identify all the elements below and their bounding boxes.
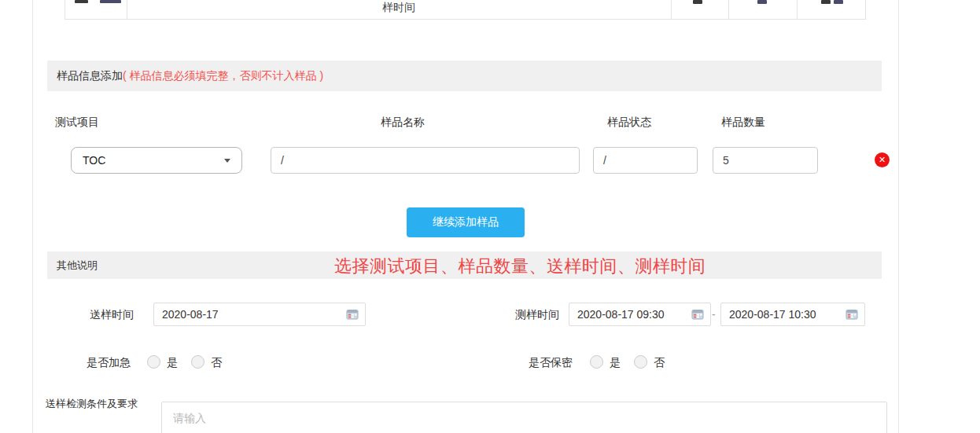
clipped-glyph-fragment [100, 0, 121, 3]
sample-section-header: 样品信息添加( 样品信息必须填完整，否则不计入样品 ) [47, 61, 882, 91]
clipped-glyph-fragment [821, 0, 831, 4]
label-sample-count: 样品数量 [721, 116, 765, 130]
calendar-icon[interactable] [846, 308, 858, 321]
sample-name-input[interactable] [271, 147, 580, 174]
table-header-partial-text: 样时间 [127, 1, 671, 15]
clipped-glyph-fragment [757, 0, 767, 4]
delete-row-button[interactable]: ✕ [875, 152, 890, 167]
label-delivery-time: 送样时间 [47, 308, 134, 322]
other-section-title: 其他说明 [57, 259, 98, 273]
confidential-no-label[interactable]: 否 [654, 356, 665, 370]
clipped-glyph-fragment [834, 0, 843, 4]
close-icon: ✕ [879, 156, 886, 164]
test-time-end-input[interactable]: 2020-08-17 10:30 [720, 303, 865, 326]
date-range-separator: - [712, 308, 716, 321]
label-confidential: 是否保密 [489, 356, 573, 370]
test-time-end-value: 2020-08-17 10:30 [729, 308, 816, 321]
content-right-border [898, 0, 899, 433]
table-border [865, 0, 866, 19]
table-border [671, 0, 672, 19]
label-sample-name: 样品名称 [381, 116, 425, 130]
test-time-start-input[interactable]: 2020-08-17 09:30 [569, 303, 711, 326]
label-sample-state: 样品状态 [607, 116, 651, 130]
sample-section-title: 样品信息添加 [57, 69, 123, 83]
test-time-start-value: 2020-08-17 09:30 [577, 308, 665, 321]
delivery-date-value: 2020-08-17 [162, 308, 219, 321]
table-bottom-border [64, 19, 866, 20]
sample-submission-form-page: 样时间 样品信息添加( 样品信息必须填完整，否则不计入样品 ) 测试项目 样品名… [0, 0, 980, 433]
clipped-glyph-fragment [693, 0, 702, 4]
urgent-no-radio[interactable] [191, 355, 204, 369]
conditions-textarea[interactable] [161, 402, 887, 433]
label-test-time: 测样时间 [473, 308, 559, 322]
label-conditions: 送样检测条件及要求 [46, 397, 151, 411]
urgent-yes-radio[interactable] [147, 355, 160, 369]
content-left-border [32, 0, 33, 433]
table-border [64, 0, 65, 19]
confidential-yes-label[interactable]: 是 [610, 356, 621, 370]
urgent-yes-label[interactable]: 是 [167, 356, 178, 370]
table-border [728, 0, 729, 19]
calendar-icon[interactable] [691, 308, 704, 321]
table-border [797, 0, 798, 19]
sample-section-required-note: ( 样品信息必须填完整，否则不计入样品 ) [123, 69, 323, 83]
sample-state-input[interactable] [593, 147, 698, 174]
test-item-select[interactable]: TOC [71, 147, 242, 174]
urgent-no-label[interactable]: 否 [211, 356, 222, 370]
chevron-down-icon [224, 159, 230, 163]
red-annotation-text: 选择测试项目、样品数量、送样时间、测样时间 [334, 255, 706, 278]
clipped-glyph-fragment [75, 0, 88, 3]
label-urgent: 是否加急 [47, 356, 131, 370]
sample-count-input[interactable] [713, 147, 818, 174]
add-sample-button[interactable]: 继续添加样品 [407, 207, 525, 237]
confidential-yes-radio[interactable] [590, 355, 603, 369]
confidential-no-radio[interactable] [634, 355, 647, 369]
test-item-selected-value: TOC [83, 154, 105, 167]
calendar-icon[interactable] [346, 308, 359, 321]
delivery-date-input[interactable]: 2020-08-17 [153, 303, 366, 326]
label-test-item: 测试项目 [55, 116, 99, 130]
